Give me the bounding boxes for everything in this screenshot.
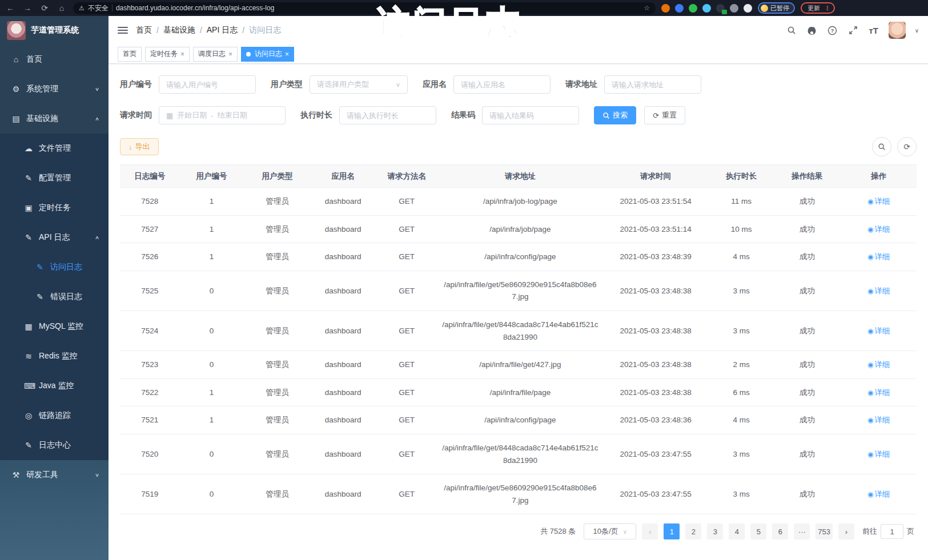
extension-grid-icon[interactable]	[702, 4, 711, 13]
home-icon[interactable]: ⌂	[56, 0, 67, 16]
breadcrumb-item[interactable]: 基础设施	[163, 25, 195, 35]
extension-orange-icon[interactable]	[661, 4, 670, 13]
detail-link[interactable]: ◉详细	[867, 287, 890, 295]
sidebar-item-label: 访问日志	[50, 262, 82, 272]
sidebar-item-log-center[interactable]: ✎日志中心	[0, 430, 109, 460]
svg-text:?: ?	[831, 28, 834, 34]
export-button[interactable]: ↓ 导出	[120, 138, 159, 155]
sidebar-item-infra[interactable]: ▤基础设施∧	[0, 104, 109, 134]
extension-puzzle-icon[interactable]	[744, 4, 752, 13]
toggle-search-button[interactable]	[872, 137, 891, 156]
prev-page-button[interactable]: ‹	[642, 523, 658, 539]
extension-dark-badge-icon[interactable]	[716, 4, 725, 13]
user-type-select[interactable]: 请选择用户类型 ∨	[310, 75, 408, 94]
search-icon[interactable]	[786, 25, 797, 36]
forward-icon[interactable]: →	[22, 0, 33, 16]
page-button-2[interactable]: 2	[685, 523, 701, 539]
next-page-button[interactable]: ›	[838, 523, 854, 539]
sidebar-item-home[interactable]: ⌂首页	[0, 45, 109, 74]
sidebar-item-dev-tools[interactable]: ⚒研发工具∨	[0, 460, 109, 490]
cell-duration: 4 ms	[709, 406, 773, 434]
duration-input[interactable]	[339, 106, 436, 124]
cell-method: GET	[375, 474, 439, 514]
sidebar-item-gear[interactable]: ⚙系统管理∨	[0, 74, 109, 104]
tab-home[interactable]: 首页	[118, 47, 142, 62]
browser-profile-badge[interactable]: 已暂停	[758, 2, 795, 14]
page-button-3[interactable]: 3	[707, 523, 723, 539]
sidebar-item-label: 错误日志	[50, 292, 82, 302]
hamburger-icon[interactable]	[118, 27, 128, 34]
page-button-753[interactable]: 753	[815, 523, 833, 539]
extension-shield-icon[interactable]	[675, 4, 684, 13]
tab-view-1[interactable]: 定时任务×	[145, 47, 190, 62]
reload-icon[interactable]: ⟳	[39, 0, 50, 16]
cell-user-id: 1	[180, 406, 244, 434]
user-id-input[interactable]	[159, 75, 256, 94]
detail-link[interactable]: ◉详细	[867, 197, 890, 206]
fullscreen-icon[interactable]	[847, 25, 859, 36]
close-icon[interactable]: ×	[285, 50, 289, 58]
cell-url: /api/infra/job/page	[439, 215, 602, 243]
detail-link[interactable]: ◉详细	[867, 252, 890, 261]
refresh-table-button[interactable]: ⟳	[897, 137, 917, 156]
reset-button[interactable]: ⟳ 重置	[644, 106, 685, 124]
browser-menu-icon[interactable]: ⋮	[824, 5, 830, 12]
page-button-4[interactable]: 4	[729, 523, 745, 539]
sidebar-item-java-monitor[interactable]: ⌨Java 监控	[0, 371, 109, 401]
detail-link[interactable]: ◉详细	[867, 327, 890, 335]
sidebar-item-mysql-monitor[interactable]: ▦MySQL 监控	[0, 312, 109, 341]
cell-method: GET	[375, 351, 439, 379]
app-logo-row[interactable]: 芋道管理系统	[0, 16, 109, 45]
tab-view-3[interactable]: 访问日志×	[241, 47, 294, 62]
help-icon[interactable]: ?	[827, 25, 838, 36]
detail-link[interactable]: ◉详细	[867, 450, 890, 458]
chevron-down-icon[interactable]: ∨	[915, 27, 919, 34]
date-range-picker[interactable]: ▦ 开始日期 - 结束日期	[159, 106, 286, 124]
back-icon[interactable]: ←	[5, 0, 16, 16]
breadcrumb-item[interactable]: API 日志	[207, 25, 238, 35]
detail-link[interactable]: ◉详细	[867, 490, 890, 498]
sidebar-item-trace[interactable]: ◎链路追踪	[0, 401, 109, 430]
sidebar-item-redis-monitor[interactable]: ≋Redis 监控	[0, 341, 109, 371]
app-name-input[interactable]	[453, 75, 551, 94]
cell-user-id: 0	[180, 351, 244, 379]
page-button-5[interactable]: 5	[750, 523, 766, 539]
github-icon[interactable]	[806, 25, 818, 36]
sidebar-item-api-log[interactable]: ✎API 日志∧	[0, 223, 109, 252]
sidebar-item-config-edit[interactable]: ✎配置管理	[0, 163, 109, 193]
request-url-input[interactable]	[604, 75, 701, 94]
page-size-select[interactable]: 10条/页 ∨	[584, 523, 636, 539]
sidebar-item-file-upload[interactable]: ☁文件管理	[0, 134, 109, 163]
detail-link[interactable]: ◉详细	[867, 225, 890, 233]
tab-view-2[interactable]: 调度日志×	[193, 47, 238, 62]
breadcrumb-item[interactable]: 首页	[136, 25, 152, 35]
sidebar-item-error-log[interactable]: ✎错误日志	[0, 282, 109, 312]
java-monitor-icon: ⌨	[24, 381, 33, 390]
page-button-1[interactable]: 1	[664, 523, 680, 539]
detail-link[interactable]: ◉详细	[867, 360, 890, 369]
paused-label: 已暂停	[770, 4, 789, 13]
browser-update-button[interactable]: 更新 ⋮	[801, 2, 835, 14]
close-icon[interactable]: ×	[180, 50, 184, 58]
sidebar-item-cron-job[interactable]: ▣定时任务	[0, 193, 109, 223]
result-code-input[interactable]	[482, 106, 579, 124]
user-avatar[interactable]	[889, 22, 906, 39]
cell-url: /api/infra/job-log/page	[439, 188, 602, 216]
sidebar-item-label: 定时任务	[39, 203, 71, 213]
search-button[interactable]: 搜索	[594, 106, 636, 124]
goto-page-input[interactable]	[881, 524, 903, 539]
page-button-6[interactable]: 6	[772, 523, 788, 539]
extension-person-icon[interactable]	[730, 4, 738, 13]
page-more-button[interactable]: ···	[794, 523, 810, 539]
bookmark-star-icon[interactable]: ☆	[644, 4, 650, 12]
cell-app: dashboard	[311, 378, 375, 406]
font-size-icon[interactable]: ᴛT	[868, 25, 879, 36]
detail-link[interactable]: ◉详细	[867, 416, 890, 424]
extension-green-icon[interactable]	[689, 4, 697, 13]
cell-result: 成功	[773, 474, 841, 514]
address-bar[interactable]: ⚠ 不安全 dashboard.yudao.iocoder.cn/infra/l…	[73, 2, 656, 14]
cell-id: 7525	[120, 271, 180, 311]
detail-link[interactable]: ◉详细	[867, 388, 890, 397]
sidebar-item-access-log[interactable]: ✎访问日志	[0, 252, 109, 282]
close-icon[interactable]: ×	[228, 50, 232, 58]
